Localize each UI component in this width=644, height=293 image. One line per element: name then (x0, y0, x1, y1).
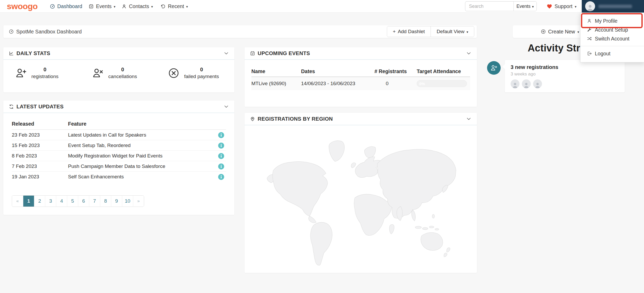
registrant-avatar (511, 79, 519, 88)
wrench-icon (587, 27, 592, 32)
menu-divider (580, 46, 644, 46)
column-header-registrants: # Registrants (368, 68, 407, 74)
feature-cell: Event Setup Tab, Reordered (68, 143, 131, 148)
daily-stats-panel: DAILY STATS 0 registrations 0 cancellati… (3, 47, 234, 92)
shuffle-icon (587, 36, 592, 41)
dashboard-title-group: SpotMe Sandbox Dashboard (9, 29, 82, 35)
column-header-name: Name (251, 68, 301, 74)
pagination-page-8[interactable]: 8 (100, 196, 111, 207)
stat-label: cancellations (108, 74, 137, 79)
pagination-page-6[interactable]: 6 (78, 196, 89, 207)
user-avatar (585, 1, 595, 11)
caret-down-icon: ▾ (575, 5, 577, 8)
pagination-page-3[interactable]: 3 (45, 196, 56, 207)
feature-cell: Self Scan Enhancements (68, 174, 124, 180)
person-x-icon (92, 67, 104, 79)
info-icon[interactable] (218, 142, 224, 149)
pagination: « 1 2 3 4 5 6 7 8 9 10 » (12, 195, 144, 207)
info-icon[interactable] (218, 163, 224, 170)
create-new-label: Create New (548, 29, 575, 35)
default-view-button[interactable]: Default View ▾ (431, 26, 474, 37)
nav-item-contacts[interactable]: Contacts ▾ (121, 0, 153, 13)
latest-updates-header: LATEST UPDATES (3, 101, 234, 113)
stat-cancellations: 0 cancellations (92, 67, 137, 79)
menu-item-logout[interactable]: Logout (580, 49, 644, 58)
caret-down-icon: ▾ (466, 30, 468, 34)
caret-down-icon: ▾ (186, 5, 188, 8)
history-icon (160, 4, 166, 9)
table-row: 15 Feb 2023 Event Setup Tab, Reordered (12, 140, 226, 151)
add-dashlet-button[interactable]: + Add Dashlet (387, 26, 431, 37)
view-buttons-group: + Add Dashlet Default View ▾ (387, 26, 474, 37)
daily-stats-header: DAILY STATS (3, 47, 234, 60)
menu-item-label: My Profile (595, 18, 618, 24)
released-cell: 8 Feb 2023 (12, 153, 68, 159)
column-header-feature: Feature (68, 121, 86, 127)
activity-type-badge (487, 61, 501, 75)
create-new-button[interactable]: Create New ▾ (513, 25, 583, 38)
table-header-row: Name Dates # Registrants Target Attendan… (251, 66, 470, 77)
support-label: Support (555, 3, 572, 9)
chevron-down-icon[interactable] (223, 104, 229, 109)
table-row: MTLive (92690) 14/06/2023 - 16/06/2023 0… (251, 77, 470, 90)
caret-down-icon: ▾ (532, 5, 534, 8)
person-silhouette-icon (586, 3, 594, 11)
pagination-page-1[interactable]: 1 (23, 196, 34, 207)
user-name-redacted (598, 5, 632, 8)
menu-item-my-profile[interactable]: My Profile (580, 16, 644, 25)
column-header-dates: Dates (301, 68, 368, 74)
person-icon (587, 18, 592, 24)
support-menu[interactable]: Support ▾ (547, 0, 577, 13)
chevron-down-icon[interactable] (223, 50, 229, 56)
feature-cell: Modify Registration Widget for Paid Even… (68, 153, 162, 159)
pagination-page-7[interactable]: 7 (89, 196, 100, 207)
registrant-avatar (522, 79, 531, 88)
pagination-page-2[interactable]: 2 (34, 196, 45, 207)
info-icon[interactable] (218, 132, 224, 138)
calendar-check-icon (250, 51, 255, 56)
gauge-icon (9, 29, 14, 34)
pagination-page-10[interactable]: 10 (122, 196, 133, 207)
info-icon[interactable] (218, 153, 224, 159)
dashboard-title: SpotMe Sandbox Dashboard (16, 29, 82, 35)
event-registrants-cell: 0 (368, 81, 407, 86)
person-silhouette-icon (534, 81, 541, 88)
registrations-by-region-panel: REGISTRATIONS BY REGION (245, 113, 477, 273)
panel-title: LATEST UPDATES (16, 104, 64, 110)
released-cell: 15 Feb 2023 (12, 143, 68, 148)
swoogo-logo[interactable]: swoogo (7, 0, 38, 13)
pagination-prev[interactable]: « (12, 196, 23, 207)
search-scope-dropdown[interactable]: Events ▾ (513, 2, 536, 11)
table-header-row: Released Feature (12, 118, 226, 130)
pagination-page-9[interactable]: 9 (111, 196, 122, 207)
pagination-page-5[interactable]: 5 (67, 196, 78, 207)
chevron-down-icon[interactable] (466, 116, 472, 122)
activity-stream-item[interactable]: 3 new registrations 3 weeks ago (505, 60, 625, 92)
event-name-cell: MTLive (92690) (251, 81, 301, 86)
upcoming-events-table: Name Dates # Registrants Target Attendan… (251, 66, 470, 90)
menu-item-switch-account[interactable]: Switch Account (580, 34, 644, 43)
info-icon[interactable] (218, 174, 224, 180)
caret-down-icon: ▾ (577, 30, 579, 34)
stat-label: failed payments (184, 74, 219, 79)
menu-item-account-setup[interactable]: Account Setup (580, 25, 644, 34)
pagination-next[interactable]: » (133, 196, 144, 207)
search-input[interactable] (465, 4, 513, 9)
nav-item-recent[interactable]: Recent ▾ (160, 0, 188, 13)
person-plus-icon (15, 67, 27, 79)
user-menu-button[interactable] (582, 0, 644, 13)
table-row: 8 Feb 2023 Modify Registration Widget fo… (12, 151, 226, 161)
refresh-icon (9, 104, 14, 109)
event-dates-cell: 14/06/2023 - 16/06/2023 (301, 81, 368, 86)
nav-item-dashboard[interactable]: Dashboard (50, 0, 82, 13)
column-header-released: Released (12, 121, 68, 127)
heart-icon (547, 4, 552, 9)
chevron-down-icon[interactable] (466, 50, 472, 56)
activity-item-time: 3 weeks ago (511, 72, 619, 77)
pagination-page-4[interactable]: 4 (56, 196, 67, 207)
panel-title: DAILY STATS (16, 50, 50, 56)
nav-item-events[interactable]: Events ▾ (88, 0, 115, 13)
stat-registrations: 0 registrations (15, 67, 59, 79)
latest-updates-panel: LATEST UPDATES Released Feature 23 Feb 2… (3, 101, 234, 215)
caret-down-icon: ▾ (151, 5, 153, 8)
